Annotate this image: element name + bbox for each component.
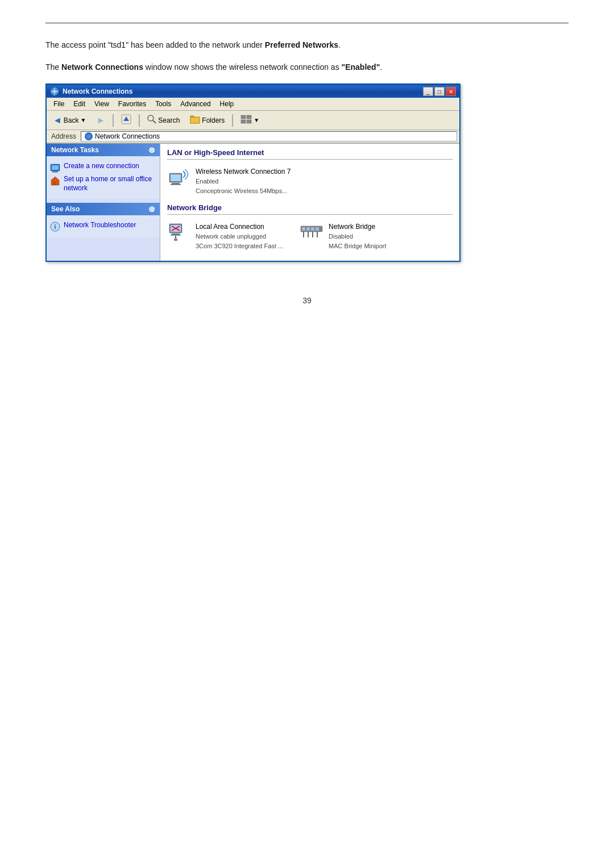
svg-rect-27 [171, 235, 181, 236]
back-button[interactable]: ◄ Back ▼ [49, 114, 90, 127]
svg-rect-8 [241, 120, 246, 123]
svg-rect-26 [172, 233, 180, 235]
wireless-connection-item[interactable]: Wireless Network Connection 7 Enabled Co… [167, 164, 453, 198]
menu-tools[interactable]: Tools [151, 99, 176, 109]
svg-rect-32 [306, 227, 310, 231]
wireless-connection-info: Wireless Network Connection 7 Enabled Co… [196, 166, 291, 195]
see-also-content: i Network Troubleshooter [47, 215, 160, 237]
network-tasks-header: Network Tasks ⊗ [47, 144, 160, 156]
setup-home-icon [50, 176, 60, 186]
addressbar-globe-icon [85, 132, 93, 140]
menu-favorites[interactable]: Favorites [114, 99, 151, 109]
bridge-icon [300, 222, 323, 242]
create-connection-icon [50, 162, 60, 173]
window-content: Network Tasks ⊗ [47, 144, 459, 261]
titlebar: Network Connections _ □ ✕ [47, 85, 459, 98]
svg-rect-19 [171, 174, 181, 181]
network-troubleshooter-item[interactable]: i Network Troubleshooter [50, 220, 156, 233]
local-area-status: Network cable unplugged [196, 232, 283, 241]
views-icon [240, 115, 252, 126]
intro-paragraph-1: The access point "tsd1" has been added t… [45, 39, 569, 51]
page-number: 39 [45, 296, 569, 305]
network-tasks-label: Network Tasks [51, 146, 99, 154]
menu-file[interactable]: File [49, 99, 69, 109]
folders-icon [190, 115, 200, 126]
svg-point-15 [56, 183, 57, 184]
intro-paragraph-2: The Network Connections window now shows… [45, 61, 569, 73]
local-area-connection-item[interactable]: Local Area Connection Network cable unpl… [167, 219, 283, 253]
window-title: Network Connections [63, 87, 420, 95]
forward-button[interactable]: ► [92, 114, 109, 127]
see-also-label: See Also [51, 205, 80, 213]
back-label: Back [64, 116, 79, 124]
local-area-adapter: 3Com 3C920 Integrated Fast ... [196, 241, 283, 251]
views-button[interactable]: ▼ [237, 113, 263, 127]
see-also-section: See Also ⊗ i Network Troubleshooter [47, 203, 160, 237]
search-button[interactable]: Search [143, 113, 184, 127]
addressbar-field[interactable]: Network Connections [81, 131, 457, 141]
maximize-button[interactable]: □ [434, 87, 445, 96]
svg-rect-7 [247, 115, 251, 119]
network-bridge-item[interactable]: Network Bridge Disabled MAC Bridge Minip… [300, 219, 386, 253]
svg-rect-29 [174, 239, 177, 241]
left-panel: Network Tasks ⊗ [47, 144, 160, 261]
wireless-status: Enabled [196, 177, 291, 186]
titlebar-buttons: _ □ ✕ [423, 87, 456, 96]
wireless-adapter: Conceptronic Wireless 54Mbps... [196, 186, 291, 196]
views-dropdown-icon[interactable]: ▼ [254, 117, 259, 123]
network-connections-window: Network Connections _ □ ✕ File Edit View… [45, 84, 460, 262]
right-panel: LAN or High-Speed Internet [160, 144, 459, 261]
see-also-collapse[interactable]: ⊗ [148, 205, 155, 213]
svg-rect-31 [302, 227, 305, 231]
menu-help[interactable]: Help [215, 99, 239, 109]
wireless-icon [167, 166, 190, 187]
setup-home-item[interactable]: Set up a home or small office network [50, 174, 156, 194]
bridge-status: Disabled [329, 232, 386, 241]
network-tasks-collapse[interactable]: ⊗ [148, 146, 155, 154]
close-button[interactable]: ✕ [446, 87, 456, 96]
addressbar-value: Network Connections [95, 132, 160, 140]
svg-rect-11 [52, 165, 59, 170]
toolbar-sep2 [139, 114, 140, 127]
setup-home-label[interactable]: Set up a home or small office network [64, 175, 156, 193]
folders-label: Folders [202, 116, 225, 124]
bridge-items: Local Area Connection Network cable unpl… [167, 219, 453, 256]
up-icon [121, 114, 131, 126]
addressbar: Address Network Connections [47, 130, 459, 144]
page-container: The access point "tsd1" has been added t… [0, 0, 614, 328]
wireless-name: Wireless Network Connection 7 [196, 166, 291, 177]
search-icon [147, 115, 156, 126]
local-area-icon [167, 222, 190, 242]
minimize-button[interactable]: _ [423, 87, 433, 96]
svg-rect-9 [247, 120, 251, 123]
network-tasks-content: Create a new connection Set up a home o [47, 156, 160, 198]
back-icon: ◄ [53, 115, 62, 126]
menu-edit[interactable]: Edit [69, 99, 90, 109]
back-dropdown-icon[interactable]: ▼ [81, 117, 86, 123]
troubleshooter-label[interactable]: Network Troubleshooter [64, 221, 136, 230]
menu-advanced[interactable]: Advanced [176, 99, 215, 109]
menu-view[interactable]: View [90, 99, 114, 109]
menubar: File Edit View Favorites Tools Advanced … [47, 98, 459, 111]
local-area-name: Local Area Connection [196, 222, 283, 232]
see-also-header: See Also ⊗ [47, 203, 160, 215]
svg-rect-20 [172, 183, 180, 184]
forward-icon: ► [96, 115, 105, 126]
svg-point-4 [148, 115, 154, 121]
svg-rect-21 [171, 184, 181, 185]
svg-rect-33 [311, 227, 314, 231]
bridge-adapter: MAC Bridge Miniport [329, 241, 386, 251]
up-button[interactable] [117, 112, 135, 128]
toolbar: ◄ Back ▼ ► [47, 111, 459, 130]
local-area-info: Local Area Connection Network cable unpl… [196, 222, 283, 251]
addressbar-label: Address [49, 132, 78, 141]
top-divider [45, 23, 569, 23]
svg-line-5 [153, 120, 156, 123]
create-connection-item[interactable]: Create a new connection [50, 161, 156, 174]
svg-rect-6 [241, 115, 246, 119]
folders-button[interactable]: Folders [186, 113, 229, 127]
create-connection-label[interactable]: Create a new connection [64, 162, 139, 171]
network-bridge-info: Network Bridge Disabled MAC Bridge Minip… [329, 222, 386, 251]
bridge-name: Network Bridge [329, 222, 386, 232]
svg-rect-34 [316, 227, 319, 231]
